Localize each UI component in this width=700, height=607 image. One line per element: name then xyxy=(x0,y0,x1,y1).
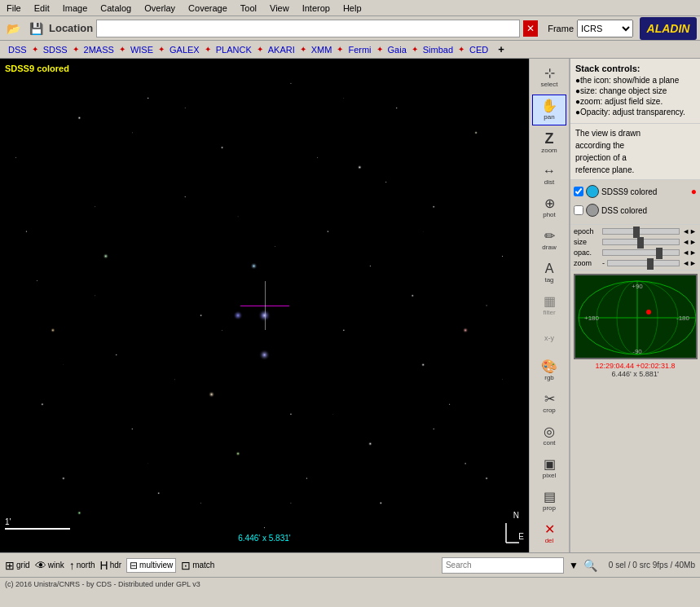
slider-size-label: size xyxy=(574,238,600,246)
survey-akari[interactable]: AKARI xyxy=(263,43,300,56)
slider-zoom-minus[interactable]: - xyxy=(602,259,605,267)
tool-xy[interactable]: x-y xyxy=(532,323,566,354)
hdr-label: hdr xyxy=(110,561,121,570)
tool-prop[interactable]: ▤ prop xyxy=(532,486,566,517)
menu-interop[interactable]: Interop xyxy=(296,2,337,15)
image-area[interactable]: SDSS9 colored 1' 6.446' x 5.831' N E xyxy=(0,59,529,552)
grid-label: grid xyxy=(16,561,30,570)
open-button[interactable]: 📂 xyxy=(3,19,23,38)
tool-filter[interactable]: ▦ filter xyxy=(532,290,566,321)
survey-wise[interactable]: WISE xyxy=(125,43,158,56)
tool-zoom[interactable]: Z zoom xyxy=(532,127,566,158)
layer-dss-check[interactable] xyxy=(574,205,583,215)
menu-image[interactable]: Image xyxy=(56,2,95,15)
survey-simbad[interactable]: Simbad xyxy=(418,43,458,56)
frame-label: Frame xyxy=(548,24,574,33)
svg-text:+90: +90 xyxy=(632,283,643,290)
tool-dist[interactable]: ↔ dist xyxy=(532,160,566,191)
slider-epoch-label: epoch xyxy=(574,227,600,235)
slider-zoom-label: zoom xyxy=(574,259,600,267)
menu-edit[interactable]: Edit xyxy=(28,2,56,15)
copyright-text: (c) 2016 Unistra/CNRS - by CDS - Distrib… xyxy=(5,580,200,588)
view-selector[interactable]: ⊟ multiview xyxy=(126,558,176,573)
survey-ced[interactable]: CED xyxy=(464,43,493,56)
slider-opac-thumb[interactable] xyxy=(656,248,663,259)
slider-size-arrows[interactable]: ◄► xyxy=(682,238,697,246)
location-input[interactable] xyxy=(96,20,520,37)
hdr-tool[interactable]: H hdr xyxy=(100,559,122,572)
slider-opac-track[interactable] xyxy=(602,249,680,256)
save-button[interactable]: 💾 xyxy=(26,19,46,38)
stats-display: 0 sel / 0 src 9fps / 40Mb xyxy=(609,561,695,570)
wink-tool[interactable]: 👁 wink xyxy=(35,559,64,572)
search-icon[interactable]: 🔍 xyxy=(583,559,597,572)
search-input[interactable] xyxy=(442,557,564,574)
menu-coverage[interactable]: Coverage xyxy=(182,2,234,15)
layer-sdss9-color[interactable] xyxy=(586,185,599,198)
slider-zoom-track[interactable] xyxy=(607,260,680,266)
image-label: SDSS9 colored xyxy=(5,64,69,73)
copyright-bar: (c) 2016 Unistra/CNRS - by CDS - Distrib… xyxy=(0,577,700,590)
stack-controls: Stack controls: ●the icon: show/hide a p… xyxy=(570,59,700,124)
survey-add[interactable]: + xyxy=(493,42,509,57)
menu-overlay[interactable]: Overlay xyxy=(138,2,182,15)
menu-file[interactable]: File xyxy=(0,2,28,15)
tool-draw[interactable]: ✏ draw xyxy=(532,225,566,256)
slider-opac-label: opac. xyxy=(574,249,600,257)
slider-zoom-row: zoom - ◄► xyxy=(574,259,697,267)
stack-hint-1: ●the icon: show/hide a plane xyxy=(575,76,695,85)
north-icon: ↑ xyxy=(69,559,75,572)
sliders-area: epoch ◄► size ◄► opac. ◄► xyxy=(570,225,700,271)
survey-sdss[interactable]: SDSS xyxy=(38,43,73,56)
surveybar: DSS ✦ SDSS ✦ 2MASS ✦ WISE ✦ GALEX ✦ PLAN… xyxy=(0,41,700,59)
menu-help[interactable]: Help xyxy=(337,2,368,15)
slider-size-track[interactable] xyxy=(602,239,680,245)
north-tool[interactable]: ↑ north xyxy=(69,559,95,572)
menu-catalog[interactable]: Catalog xyxy=(94,2,138,15)
layer-dss-name: DSS colored xyxy=(601,206,697,215)
location-label: Location xyxy=(49,22,93,34)
grid-tool[interactable]: ⊞ grid xyxy=(5,559,30,572)
slider-epoch-thumb[interactable] xyxy=(633,227,640,238)
menu-view[interactable]: View xyxy=(263,2,296,15)
location-clear-button[interactable]: ✕ xyxy=(523,20,538,37)
survey-dss[interactable]: DSS xyxy=(3,43,32,56)
bottombar: ⊞ grid 👁 wink ↑ north H hdr ⊟ multiview … xyxy=(0,552,700,577)
survey-fermi[interactable]: Fermi xyxy=(343,43,376,56)
slider-size-thumb[interactable] xyxy=(637,237,644,249)
slider-epoch-track[interactable] xyxy=(602,228,680,235)
layer-sdss9-check[interactable] xyxy=(574,187,583,196)
slider-zoom-arrows[interactable]: ◄► xyxy=(682,259,697,267)
match-tool[interactable]: ⊡ match xyxy=(181,559,214,572)
tool-pixel[interactable]: ▣ pixel xyxy=(532,453,566,484)
slider-zoom-thumb[interactable] xyxy=(647,258,654,270)
tool-select[interactable]: ⊹ select xyxy=(532,62,566,93)
compass-e: E xyxy=(518,532,524,541)
slider-opac-arrows[interactable]: ◄► xyxy=(682,249,697,257)
tool-tag[interactable]: A tag xyxy=(532,257,566,288)
svg-text:+180: +180 xyxy=(583,314,599,322)
view-note-line3: projection of a xyxy=(575,153,627,162)
survey-2mass[interactable]: 2MASS xyxy=(79,43,119,56)
north-label: north xyxy=(77,561,95,570)
layer-sdss9-name: SDSS9 colored xyxy=(601,187,689,196)
survey-planck[interactable]: PLANCK xyxy=(211,43,257,56)
slider-epoch-arrows[interactable]: ◄► xyxy=(682,227,697,235)
search-down-arrow[interactable]: ▼ xyxy=(569,560,579,571)
mini-map-size: 6.446' x 5.881' xyxy=(612,370,659,378)
tool-pan[interactable]: ✋ pan xyxy=(532,95,566,125)
tool-rgb[interactable]: 🎨 rgb xyxy=(532,355,566,386)
survey-gaia[interactable]: Gaia xyxy=(383,43,412,56)
menu-tool[interactable]: Tool xyxy=(234,2,263,15)
tool-cont[interactable]: ◎ cont xyxy=(532,420,566,451)
tool-del[interactable]: ✕ del xyxy=(532,518,566,549)
survey-galex[interactable]: GALEX xyxy=(165,43,205,56)
frame-select[interactable]: ICRS ICRSd Gal SuperGal Ecl xyxy=(577,20,633,37)
compass-n: N xyxy=(513,511,519,520)
tool-crop[interactable]: ✂ crop xyxy=(532,388,566,419)
layer-dss-color[interactable] xyxy=(586,204,599,217)
survey-xmm[interactable]: XMM xyxy=(306,43,337,56)
match-label: match xyxy=(192,561,214,570)
tool-phot[interactable]: ⊕ phot xyxy=(532,192,566,223)
svg-point-12 xyxy=(646,310,651,314)
